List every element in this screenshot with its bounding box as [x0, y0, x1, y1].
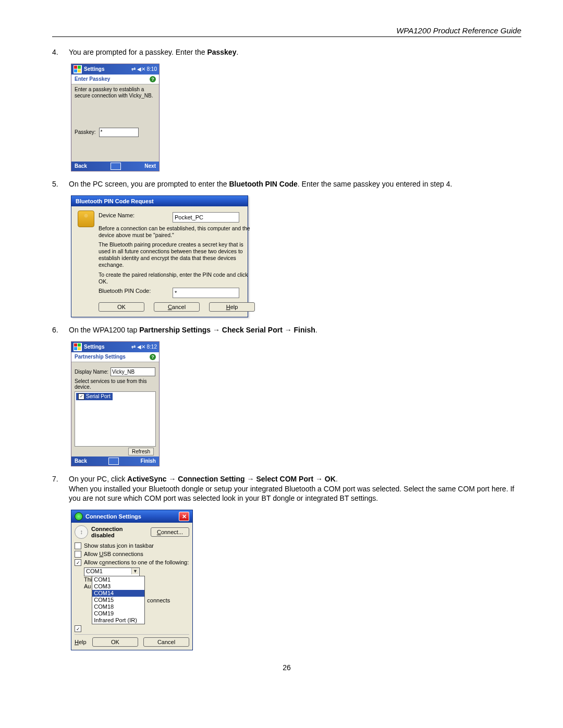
conn-status-text: Connection disabled: [91, 526, 148, 538]
allow-checkbox[interactable]: ✓: [75, 559, 81, 566]
help-button[interactable]: Help: [209, 302, 255, 312]
refresh-button[interactable]: Refresh: [128, 448, 154, 455]
step-6-num: 6.: [52, 325, 69, 335]
cancel-button[interactable]: Cancel: [154, 302, 200, 312]
list-item[interactable]: COM19: [92, 610, 144, 617]
windows-flag-icon: [74, 65, 82, 73]
step-4: 4. You are prompted for a passkey. Enter…: [52, 47, 521, 57]
other-checkbox[interactable]: ✓: [75, 625, 81, 632]
conn-ok-button[interactable]: OK: [92, 637, 138, 647]
step-6-bold: Partnership Settings → Check Serial Port…: [139, 326, 315, 334]
finish-button[interactable]: Finish: [141, 458, 156, 464]
doc-header: WPA1200 Product Reference Guide: [52, 26, 521, 37]
help-icon[interactable]: ?: [150, 354, 156, 360]
windows-flag-icon: [74, 343, 82, 351]
keyboard-icon[interactable]: [111, 163, 121, 170]
step-5-bold: Bluetooth PIN Code: [229, 180, 297, 188]
pin-code-label: Bluetooth PIN Code:: [99, 288, 166, 298]
pin-para-2: The Bluetooth pairing procedure creates …: [99, 241, 255, 269]
ppc2-title-bar: Settings ⇄ ◀✕ 8:12: [71, 342, 159, 352]
checkbox-icon[interactable]: ✓: [78, 393, 84, 400]
step-5-num: 5.: [52, 179, 69, 189]
step-4-text-b: .: [236, 48, 238, 56]
step-7: 7. On your PC, click ActiveSync → Connec…: [52, 474, 521, 504]
ppc-message: Enter a passkey to establish a secure co…: [75, 87, 156, 99]
ppc-app-name: Settings: [84, 66, 104, 72]
device-name-label: Device Name:: [99, 212, 166, 223]
list-item[interactable]: COM3: [92, 583, 144, 590]
step-7-extra: When you installed your Bluetooth dongle…: [69, 485, 514, 503]
step-4-text-a: You are prompted for a passkey. Enter th…: [69, 48, 207, 56]
sync-status-icon: ↕: [75, 525, 88, 539]
com-port-listbox[interactable]: COM1 COM3 COM14 COM15 COM18 COM19 Infrar…: [92, 576, 145, 624]
service-label: Serial Port: [86, 393, 111, 399]
ppc-title-bar: Settings ⇄ ◀✕ 8:10: [71, 64, 159, 75]
step-5-text-b: . Enter the same passkey you entered in …: [298, 180, 452, 188]
ppc2-subtitle-text: Partnership Settings: [75, 354, 126, 360]
sync-title-icon: [75, 512, 83, 521]
passkey-label: Passkey:: [75, 129, 96, 135]
pin-para-3: To create the paired relationship, enter…: [99, 272, 255, 285]
step-6-text-a: On the WPA1200 tap: [69, 326, 139, 334]
ppc2-clock: ⇄ ◀✕ 8:12: [131, 344, 157, 350]
ppc-clock: ⇄ ◀✕ 8:10: [131, 66, 157, 72]
ppc2-app-name: Settings: [84, 344, 104, 350]
pin-code-field[interactable]: [173, 288, 239, 298]
connect-button[interactable]: Connect...: [151, 527, 189, 537]
taskbar-checkbox[interactable]: [75, 542, 81, 549]
step-5: 5. On the PC screen, you are prompted to…: [52, 179, 521, 189]
list-item[interactable]: Infrared Port (IR): [92, 617, 144, 624]
pin-title-bar: Bluetooth PIN Code Request: [71, 196, 248, 206]
display-name-label: Display Name:: [75, 369, 108, 375]
device-name-field[interactable]: [173, 212, 239, 223]
service-serial-port[interactable]: ✓ Serial Port: [76, 393, 113, 400]
side-au: Au: [84, 583, 91, 589]
step-7-text-a: On your PC, click: [69, 475, 127, 483]
ppc2-time-value: 8:12: [147, 344, 157, 350]
services-list[interactable]: ✓ Serial Port: [75, 391, 156, 447]
help-icon[interactable]: ?: [150, 76, 156, 82]
step-7-text-b: .: [336, 475, 338, 483]
pin-dialog: Bluetooth PIN Code Request Device Name: …: [71, 195, 248, 317]
close-icon[interactable]: ✕: [179, 512, 189, 521]
conn-title-bar: Connection Settings ✕: [71, 510, 192, 523]
usb-label: Allow USB connections: [84, 551, 143, 557]
list-item[interactable]: COM15: [92, 597, 144, 603]
step-7-num: 7.: [52, 474, 69, 504]
keyboard-icon[interactable]: [108, 458, 119, 465]
step-7-bold: ActiveSync → Connection Setting → Select…: [127, 475, 336, 483]
connection-settings-dialog: Connection Settings ✕ ↕ Connection disab…: [71, 510, 193, 650]
step-5-text-a: On the PC screen, you are prompted to en…: [69, 180, 229, 188]
display-name-input[interactable]: [111, 367, 155, 376]
ppc-partnership-window: Settings ⇄ ◀✕ 8:12 Partnership Settings …: [71, 341, 160, 466]
step-6-text-b: .: [315, 326, 317, 334]
step-4-bold: Passkey: [207, 48, 236, 56]
usb-checkbox[interactable]: [75, 551, 81, 558]
step-4-num: 4.: [52, 47, 69, 57]
taskbar-label: Show status icon in taskbar: [84, 542, 154, 549]
allow-label: Allow connections to one of the followin…: [84, 559, 189, 565]
page-number: 26: [52, 663, 521, 672]
list-item[interactable]: COM18: [92, 603, 144, 610]
ppc2-subtitle: Partnership Settings ?: [71, 352, 159, 362]
passkey-input[interactable]: [99, 128, 139, 137]
ppc-time-value: 8:10: [147, 66, 157, 72]
ok-button[interactable]: OK: [99, 302, 144, 312]
conn-title-text: Connection Settings: [85, 513, 141, 520]
side-connects: connects: [147, 597, 170, 603]
services-label: Select services to use from this device.: [75, 378, 156, 390]
com-port-combo[interactable]: COM1: [84, 567, 140, 576]
pin-para-1: Before a connection can be established, …: [99, 225, 255, 239]
list-item[interactable]: COM1: [92, 576, 144, 583]
conn-cancel-button[interactable]: Cancel: [143, 637, 189, 647]
ppc-subtitle-text: Enter Passkey: [75, 76, 110, 82]
step-6: 6. On the WPA1200 tap Partnership Settin…: [52, 325, 521, 335]
next-button[interactable]: Next: [144, 163, 156, 169]
back-button[interactable]: Back: [75, 458, 87, 464]
side-thi: Thi: [84, 576, 92, 583]
ppc-passkey-window: Settings ⇄ ◀✕ 8:10 Enter Passkey ? Enter…: [71, 64, 160, 171]
list-item-selected[interactable]: COM14: [92, 590, 144, 597]
back-button[interactable]: Back: [75, 163, 87, 169]
ppc-subtitle: Enter Passkey ?: [71, 75, 159, 84]
lock-icon: [78, 211, 94, 227]
